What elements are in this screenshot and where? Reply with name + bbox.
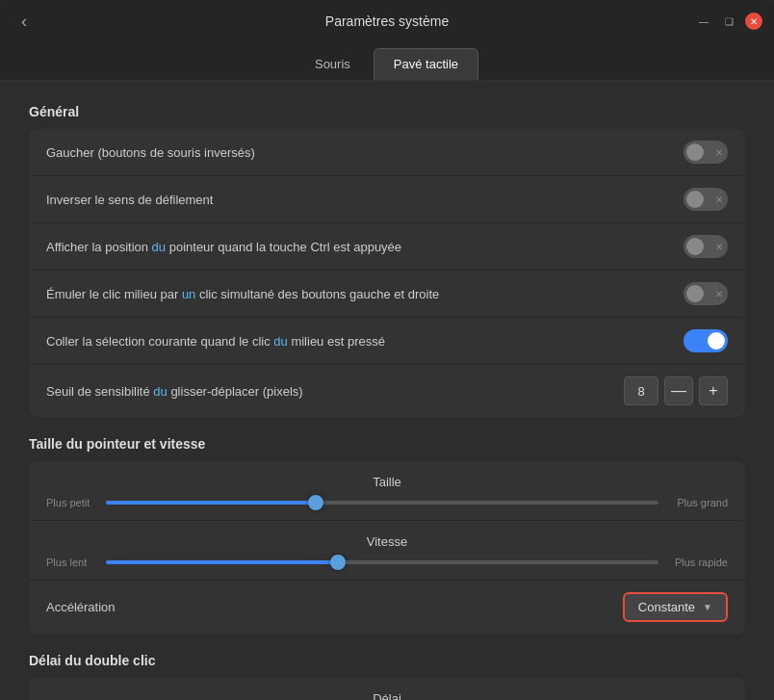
slider-title-taille: Taille	[46, 475, 728, 489]
slider-title-vitesse: Vitesse	[46, 534, 728, 549]
label-seuil: Seuil de sensibilité du glisser-déplacer…	[46, 384, 624, 399]
toggle-off-x-gaucher: ✕	[715, 147, 723, 158]
row-coller: Coller la sélection courante quand le cl…	[29, 318, 745, 365]
slider-right-label-taille: Plus grand	[668, 497, 728, 508]
slider-thumb-vitesse[interactable]	[330, 555, 346, 570]
slider-thumb-taille[interactable]	[308, 495, 323, 510]
highlight-coller: du	[273, 334, 287, 349]
label-afficher: Afficher la position du pointeur quand l…	[46, 240, 684, 254]
toggle-gaucher[interactable]: ✕	[684, 141, 728, 164]
toggle-wrap-inverser: ✕	[684, 188, 728, 211]
tab-pave-tactile[interactable]: Pavé tactile	[374, 48, 478, 80]
toggle-off-x-inverser: ✕	[715, 194, 723, 205]
slider-left-label-vitesse: Plus lent	[46, 557, 96, 568]
spinner-value-seuil: 8	[624, 376, 658, 405]
toggle-inverser[interactable]: ✕	[684, 188, 728, 211]
toggle-wrap-coller	[684, 329, 728, 352]
acceleration-row: Accélération Constante ▼	[29, 581, 745, 634]
slider-section-taille: Taille Plus petit Plus grand	[29, 461, 745, 521]
general-section-title: Général	[29, 104, 745, 119]
tab-souris[interactable]: Souris	[296, 48, 370, 80]
slider-fill-taille	[106, 501, 316, 505]
back-button[interactable]: ‹	[13, 8, 35, 36]
acceleration-value: Constante	[638, 600, 695, 614]
toggle-off-x-afficher: ✕	[715, 242, 723, 252]
row-afficher: Afficher la position du pointeur quand l…	[29, 223, 745, 271]
window-controls: — ❑ ✕	[695, 13, 762, 30]
acceleration-dropdown[interactable]: Constante ▼	[623, 592, 728, 622]
row-inverser: Inverser le sens de défilement ✕	[29, 176, 745, 223]
toggle-off-x-emuler: ✕	[715, 289, 723, 299]
content-area: Général Gaucher (boutons de souris inver…	[0, 81, 774, 700]
highlight-emuler: un	[182, 287, 195, 301]
maximize-button[interactable]: ❑	[720, 13, 737, 30]
chevron-down-icon: ▼	[703, 602, 712, 612]
label-emuler: Émuler le clic milieu par un clic simult…	[46, 287, 684, 301]
toggle-wrap-gaucher: ✕	[684, 141, 728, 164]
window-title: Paramètres système	[325, 13, 449, 29]
main-window: ‹ Paramètres système — ❑ ✕ Souris Pavé t…	[0, 0, 774, 700]
row-emuler: Émuler le clic milieu par un clic simult…	[29, 271, 745, 318]
titlebar: ‹ Paramètres système — ❑ ✕	[0, 0, 774, 42]
label-inverser: Inverser le sens de défilement	[46, 193, 684, 207]
taille-card: Taille Plus petit Plus grand Vitesse Plu…	[29, 461, 745, 634]
slider-fill-vitesse	[106, 560, 338, 564]
delay-slider-section: Délai Court Long	[29, 678, 745, 700]
minimize-button[interactable]: —	[695, 13, 712, 30]
delai-card: Délai Court Long	[29, 678, 745, 700]
toggle-coller[interactable]	[684, 329, 728, 352]
spinner-decrease-seuil[interactable]: —	[664, 376, 693, 405]
toggle-wrap-afficher: ✕	[684, 235, 728, 258]
delai-section-title: Délai du double clic	[29, 653, 745, 668]
toggle-wrap-emuler: ✕	[684, 282, 728, 305]
label-coller: Coller la sélection courante quand le cl…	[46, 334, 684, 349]
spinner-increase-seuil[interactable]: +	[699, 376, 728, 405]
delay-slider-title: Délai	[46, 691, 728, 700]
highlight-seuil: du	[153, 384, 167, 399]
toggle-emuler[interactable]: ✕	[684, 282, 728, 305]
taille-section-title: Taille du pointeur et vitesse	[29, 436, 745, 452]
slider-right-label-vitesse: Plus rapide	[668, 557, 728, 568]
row-seuil: Seuil de sensibilité du glisser-déplacer…	[29, 365, 745, 417]
slider-track-taille[interactable]	[106, 501, 658, 505]
slider-section-vitesse: Vitesse Plus lent Plus rapide	[29, 521, 745, 581]
slider-track-vitesse[interactable]	[106, 560, 658, 564]
slider-left-label-taille: Plus petit	[46, 497, 96, 508]
label-gaucher: Gaucher (boutons de souris inversés)	[46, 145, 684, 160]
acceleration-label: Accélération	[46, 600, 116, 614]
spinner-seuil: 8 — +	[624, 376, 728, 405]
general-card: Gaucher (boutons de souris inversés) ✕ I…	[29, 129, 745, 417]
tab-bar: Souris Pavé tactile	[0, 42, 774, 81]
toggle-afficher[interactable]: ✕	[684, 235, 728, 258]
close-button[interactable]: ✕	[745, 13, 762, 30]
slider-row-taille: Plus petit Plus grand	[46, 497, 728, 508]
slider-row-vitesse: Plus lent Plus rapide	[46, 557, 728, 568]
row-gaucher: Gaucher (boutons de souris inversés) ✕	[29, 129, 745, 176]
highlight-afficher: du	[152, 240, 166, 254]
